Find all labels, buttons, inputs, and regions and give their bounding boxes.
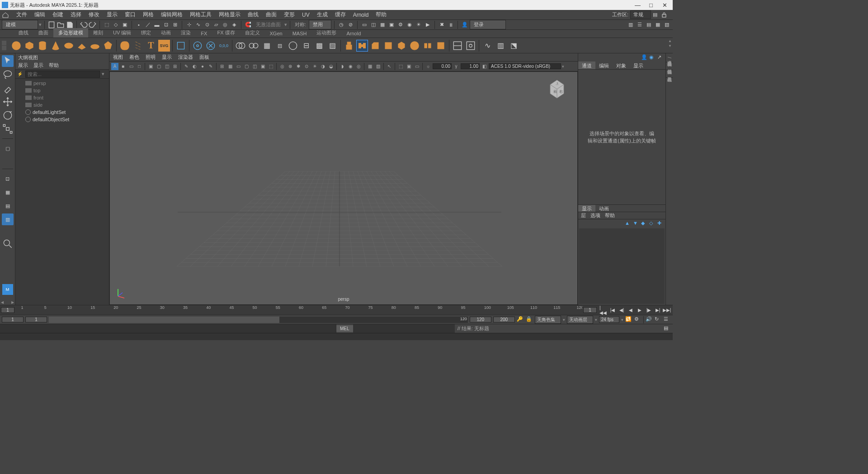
combine-icon[interactable] bbox=[235, 40, 246, 52]
audio-icon[interactable]: 🔊 bbox=[646, 316, 653, 323]
menu-create[interactable]: 创建 bbox=[49, 11, 67, 19]
live-surface-icon[interactable]: 🧲 bbox=[244, 21, 252, 29]
vp-image-plane-icon[interactable]: ▭ bbox=[127, 63, 135, 70]
range-slider[interactable]: 120 bbox=[49, 317, 468, 323]
menu-curves[interactable]: 曲线 bbox=[244, 11, 262, 19]
range-end-in-field[interactable] bbox=[470, 317, 491, 322]
account-icon[interactable]: 👤 bbox=[461, 21, 469, 29]
vp-menu-renderer[interactable]: 渲染器 bbox=[178, 54, 193, 61]
menu-meshtools[interactable]: 网格工具 bbox=[186, 11, 215, 19]
select-edge-icon[interactable]: ／ bbox=[144, 21, 152, 29]
menu-arnold[interactable]: Arnold bbox=[349, 12, 373, 18]
center-pivot-icon[interactable] bbox=[192, 40, 203, 52]
shelf-tab-custom[interactable]: 自定义 bbox=[240, 28, 265, 38]
vp-select-arrow-icon[interactable]: ↖ bbox=[386, 63, 393, 70]
poly-plane-icon[interactable] bbox=[76, 40, 88, 52]
shelf-scroll-up[interactable]: ▲ bbox=[668, 39, 672, 44]
layer-add-selected-icon[interactable]: ◆ bbox=[641, 220, 647, 227]
step-back-icon[interactable]: ◀| bbox=[618, 306, 626, 314]
layer-list[interactable] bbox=[579, 228, 665, 304]
shelf-scroll-down[interactable]: ▼ bbox=[668, 44, 672, 49]
viewport-3d[interactable]: 前 右 上 persp bbox=[109, 71, 578, 305]
autokey-icon[interactable]: 🔒 bbox=[526, 316, 533, 323]
delete-history-icon[interactable]: 0,0,0 bbox=[218, 40, 230, 52]
render-frame-icon[interactable]: ▭ bbox=[360, 21, 368, 29]
sidebar-toggle-icon[interactable]: ▤ bbox=[653, 12, 659, 18]
pause-icon[interactable]: ⏸ bbox=[447, 21, 455, 29]
poly-type-icon[interactable]: T bbox=[145, 40, 157, 52]
vp-cam2-icon[interactable]: ▢ bbox=[243, 63, 250, 70]
shelf-tab-surfaces[interactable]: 曲面 bbox=[33, 28, 53, 38]
toggle-hud-icon[interactable]: ☰ bbox=[636, 21, 644, 29]
vp-cam5-icon[interactable]: ⬚ bbox=[267, 63, 274, 70]
snap-plane-icon[interactable]: ▱ bbox=[212, 21, 220, 29]
view-outliner-icon[interactable]: ▥ bbox=[2, 213, 14, 225]
minimize-button[interactable]: — bbox=[635, 2, 640, 9]
vp-shade-icon[interactable]: ◐ bbox=[191, 63, 198, 70]
vp-motion-blur-icon[interactable]: ◗ bbox=[339, 63, 346, 70]
vp-exposure-field[interactable] bbox=[433, 63, 452, 69]
render-sequence-icon[interactable]: ▦ bbox=[378, 21, 387, 29]
shelf-tab-fx[interactable]: FX bbox=[196, 29, 212, 38]
outliner-menu-show[interactable]: 显示 bbox=[33, 62, 43, 69]
shelf-tab-uvedit[interactable]: UV 编辑 bbox=[108, 28, 136, 38]
vp-xray-joints-icon[interactable]: ✱ bbox=[295, 63, 302, 70]
crease-icon[interactable]: ⬔ bbox=[508, 40, 519, 52]
layer-menu-layers[interactable]: 层 bbox=[581, 212, 586, 219]
vp-colorspace-icon[interactable]: ◧ bbox=[481, 63, 488, 70]
current-frame-field[interactable] bbox=[1, 307, 14, 313]
outliner-item-front[interactable]: front bbox=[17, 94, 107, 101]
poly-cone-icon[interactable] bbox=[50, 40, 61, 52]
maximize-button[interactable]: □ bbox=[648, 2, 654, 9]
shelf-tab-mash[interactable]: MASH bbox=[288, 29, 312, 38]
menu-edit[interactable]: 编辑 bbox=[31, 11, 49, 19]
search-tool-icon[interactable] bbox=[2, 238, 14, 250]
boolean-icon[interactable]: ⧇ bbox=[274, 40, 286, 52]
layer-tab-anim[interactable]: 动画 bbox=[595, 205, 613, 212]
open-scene-icon[interactable] bbox=[57, 21, 65, 29]
shelf-tab-motiongfx[interactable]: 运动图形 bbox=[311, 28, 341, 38]
collapse-icon[interactable] bbox=[409, 40, 420, 52]
detach-icon[interactable] bbox=[435, 40, 447, 52]
target-weld-icon[interactable] bbox=[465, 40, 476, 52]
smooth-icon[interactable] bbox=[287, 40, 299, 52]
poly-svg-icon[interactable]: SVG bbox=[158, 40, 170, 52]
axis-gizmo-icon[interactable] bbox=[114, 286, 128, 300]
layer-move-up-icon[interactable]: ▲ bbox=[625, 220, 631, 227]
shelf-tab-animation[interactable]: 动画 bbox=[156, 28, 176, 38]
vp-smooth-shade-icon[interactable]: ● bbox=[199, 63, 206, 70]
play-fwd-icon[interactable]: ▶ bbox=[636, 306, 644, 314]
poly-platonic-icon[interactable] bbox=[102, 40, 114, 52]
prefs-icon[interactable]: ☰ bbox=[664, 316, 671, 323]
ipr-render-icon[interactable]: ◫ bbox=[369, 21, 377, 29]
shelf-tab-curves[interactable]: 曲线 bbox=[14, 28, 33, 38]
time-ruler[interactable]: 1510152025303540455055606570758085909510… bbox=[15, 305, 582, 315]
close-button[interactable]: ✕ bbox=[662, 2, 667, 9]
vp-cam1-icon[interactable]: ▭ bbox=[235, 63, 242, 70]
toggle-tool-icon[interactable]: ▦ bbox=[654, 21, 662, 29]
maya-logo-icon[interactable]: M bbox=[2, 284, 13, 295]
snap-grid-icon[interactable]: ⊹ bbox=[185, 21, 193, 29]
vp-gate-mask-icon[interactable]: ◫ bbox=[163, 63, 170, 70]
vp-dof-icon[interactable]: ◉ bbox=[347, 63, 354, 70]
poly-disc-icon[interactable] bbox=[89, 40, 101, 52]
lasso-tool[interactable] bbox=[2, 69, 14, 81]
shelf-tab-xgen[interactable]: XGen bbox=[265, 29, 288, 38]
vp-textured-icon[interactable]: ▦ bbox=[366, 63, 373, 70]
xray-icon[interactable]: ✖ bbox=[438, 21, 446, 29]
vp-colorspace-dropdown[interactable]: ACES 1.0 SDR-video (sRGB) bbox=[489, 63, 561, 69]
vp-render-icon[interactable]: ▭ bbox=[413, 63, 420, 70]
menu-file[interactable]: 文件 bbox=[13, 11, 31, 19]
outliner-item-defaultlightset[interactable]: defaultLightSet bbox=[17, 109, 107, 116]
vp-flat-shade-icon[interactable]: ✎ bbox=[207, 63, 214, 70]
shelf-tab-rendering[interactable]: 渲染 bbox=[176, 28, 196, 38]
save-scene-icon[interactable] bbox=[66, 21, 74, 29]
connect-icon[interactable] bbox=[422, 40, 434, 52]
select-component-icon[interactable]: ▣ bbox=[121, 21, 129, 29]
vp-grid2-icon[interactable]: ▦ bbox=[226, 63, 234, 70]
outliner-search-input[interactable] bbox=[25, 71, 100, 78]
snap-live-icon[interactable]: ◎ bbox=[221, 21, 229, 29]
cached-playback-icon[interactable]: ↻ bbox=[655, 316, 662, 323]
vp-menu-panels[interactable]: 面板 bbox=[199, 54, 209, 61]
cb-tab-show[interactable]: 显示 bbox=[630, 62, 647, 69]
